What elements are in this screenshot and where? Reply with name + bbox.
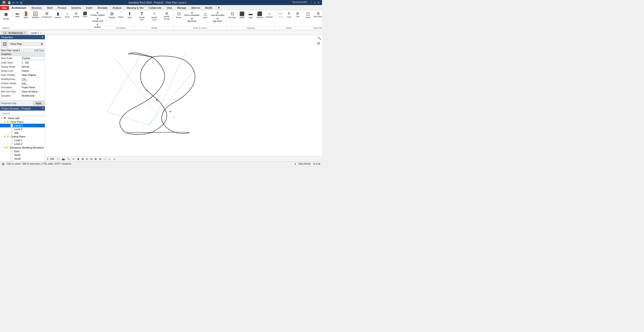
edit-type-button[interactable]: Edit Type: [34, 49, 44, 52]
curtain-system-button[interactable]: ⊞ Curtain System: [90, 11, 106, 17]
quick-access-undo[interactable]: ↩: [12, 1, 15, 4]
set-button[interactable]: ⊞ Set: [294, 11, 302, 18]
quick-access-print[interactable]: 🖨: [20, 1, 22, 4]
view-btn-hide[interactable]: ⊡: [85, 157, 89, 161]
by-face-button[interactable]: ⊡ By Face: [228, 11, 237, 19]
minimize-button[interactable]: −: [310, 1, 313, 4]
properties-apply-button[interactable]: Apply: [33, 102, 44, 105]
view-tab-l1[interactable]: L1 - Architectural ✕: [1, 31, 28, 35]
model-line-button[interactable]: / Model Line: [148, 11, 160, 22]
view-tab-level1-close[interactable]: ✕: [40, 32, 42, 34]
zoom-in-button[interactable]: 🔍: [317, 36, 322, 40]
view-scale-input[interactable]: [22, 56, 44, 60]
pb-east[interactable]: ▶ 📄 East: [0, 150, 45, 153]
tag-room-button[interactable]: ⊠ Tag Room: [184, 17, 200, 23]
elevations-expand[interactable]: ▼: [4, 146, 6, 149]
pb-ceiling-level1[interactable]: ▶ 📄 Level 1: [0, 138, 45, 142]
ceiling-button[interactable]: ⊟ Ceiling: [72, 11, 80, 18]
vertical-button[interactable]: ⬛ Vertical: [255, 11, 264, 19]
tab-massing[interactable]: Massing & Site: [124, 6, 146, 10]
pb-south[interactable]: ▶ 📄 South: [0, 157, 45, 160]
view-btn-shadows[interactable]: ◑: [76, 157, 80, 161]
type-selector[interactable]: Floor Plan: [9, 42, 44, 46]
wall-opening-button[interactable]: ▬ Wall: [246, 11, 255, 19]
column-button[interactable]: ▮ Column: [53, 11, 62, 19]
view-btn-analysis[interactable]: ⊞: [98, 157, 102, 161]
door-button[interactable]: 🚪 Door: [22, 11, 30, 19]
model-text-button[interactable]: T Model Text: [136, 11, 148, 22]
view-btn-reveal[interactable]: ⬜: [102, 157, 107, 161]
tab-steel[interactable]: Steel: [44, 6, 55, 10]
tab-analyze[interactable]: Analyze: [110, 6, 124, 10]
roof-button[interactable]: ⌂ Roof: [63, 11, 71, 19]
view-btn-temp[interactable]: ⊠: [94, 157, 98, 161]
ribbon-expand[interactable]: ▼: [216, 6, 222, 10]
wall-button[interactable]: ▬ Wall: [13, 11, 22, 18]
model-group-button[interactable]: ⊞ Model Group: [161, 11, 173, 21]
modify-button[interactable]: ✱ Modify: [1, 11, 11, 21]
view-btn-camera[interactable]: 📷: [61, 157, 66, 161]
dormer-button[interactable]: ⌂ Dormer: [265, 11, 274, 19]
close-button[interactable]: ✕: [317, 1, 320, 4]
view-btn-isolate[interactable]: ▷: [108, 157, 112, 161]
tab-annotate[interactable]: Annotate: [95, 6, 110, 10]
tab-modify[interactable]: Modify: [203, 6, 215, 10]
room-button[interactable]: ⊡ Room: [175, 11, 183, 19]
project-browser-search-input[interactable]: [1, 111, 44, 116]
tab-insert[interactable]: Insert: [84, 6, 95, 10]
pb-site[interactable]: ▶ 📄 Site: [0, 131, 45, 135]
railing-button[interactable]: ⊞ Railing: [108, 11, 116, 19]
view-btn-sun[interactable]: ☀: [72, 157, 76, 161]
floor-button[interactable]: ⬛ Floor: [81, 11, 89, 18]
quick-access-save[interactable]: 💾: [8, 1, 11, 4]
visibility-edit-btn[interactable]: Edit...: [22, 78, 28, 80]
ref-plane-button[interactable]: ⊞ Ref Plane: [312, 11, 322, 18]
area-boundary-button[interactable]: ⊞ Area Boundary: [210, 11, 226, 17]
tab-file[interactable]: File: [0, 6, 9, 10]
view-tab-l1-close[interactable]: ✕: [24, 32, 25, 34]
show-button[interactable]: ◫ Show: [304, 11, 312, 19]
view-btn-more[interactable]: ◁: [112, 157, 116, 161]
tab-addins[interactable]: Add-Ins: [189, 6, 203, 10]
views-all-expand[interactable]: ▼: [1, 117, 4, 119]
pb-ceiling-plans[interactable]: ▼ 📁 Ceiling Plans: [0, 135, 45, 138]
ramp-button[interactable]: ⌒ Ramp: [117, 11, 125, 19]
tab-collaborate[interactable]: Collaborate: [146, 6, 164, 10]
project-browser-close-button[interactable]: ✕: [42, 107, 44, 110]
shaft-button[interactable]: ⬛ Shaft: [238, 11, 246, 19]
view-btn-crop[interactable]: ⊞: [81, 157, 84, 161]
view-btn-rect[interactable]: ⬜: [56, 157, 60, 161]
pb-floor-plans[interactable]: ▼ 📁 Floor Plans: [0, 120, 45, 124]
pb-views-all[interactable]: ▼ 👁 Views (all): [0, 116, 45, 120]
pb-west[interactable]: ▶ 📄 West: [0, 160, 45, 162]
room-separator-button[interactable]: ⊞ Room Separator: [184, 11, 200, 17]
pb-level1[interactable]: ▶ 📄 Level 1: [0, 124, 45, 127]
mullion-button[interactable]: ⊟ Mullion: [90, 23, 106, 29]
canvas-area[interactable]: 1 : 100 ⬜ 📷 🔍 ☀ ◑ ⊞ ⊡ ⊟ ⊠ ⊞ ⬜ ▷ ◁ 🔍 ⊡: [45, 35, 322, 162]
curtain-grid-button[interactable]: ⊞ Curtain Grid: [90, 17, 106, 23]
area-button[interactable]: △ Area: [201, 11, 209, 19]
quick-access-redo[interactable]: ↪: [16, 1, 18, 4]
view-btn-render[interactable]: ⊟: [90, 157, 93, 161]
level-button[interactable]: — Level: [276, 11, 284, 19]
view-tab-level1[interactable]: Level 1 ✕: [28, 31, 44, 35]
zoom-fit-button[interactable]: ⊡: [317, 41, 322, 46]
maximize-button[interactable]: □: [313, 1, 316, 4]
graphic-display-edit-btn[interactable]: Edit...: [22, 82, 28, 84]
stair-button[interactable]: ⬆ Stair: [126, 11, 134, 19]
tab-structure[interactable]: Structure: [29, 6, 44, 10]
pb-north[interactable]: ▶ 📄 North: [0, 153, 45, 157]
tab-manage[interactable]: Manage: [174, 6, 189, 10]
tab-architecture[interactable]: Architecture: [9, 6, 29, 10]
floor-plans-expand[interactable]: ▼: [4, 121, 6, 123]
view-btn-zoom[interactable]: 🔍: [66, 157, 71, 161]
ceiling-plans-expand[interactable]: ▼: [4, 136, 6, 138]
properties-close-button[interactable]: ✕: [42, 36, 44, 39]
window-button[interactable]: 🪟 Window: [30, 11, 40, 19]
tab-view[interactable]: View: [164, 6, 174, 10]
tab-precast[interactable]: Precast: [55, 6, 68, 10]
properties-scroll[interactable]: Graphics View Scale Scale Value 1 : 100 …: [0, 52, 45, 100]
tag-area-button[interactable]: ⊞ Tag Area ▾: [210, 17, 226, 23]
tab-systems[interactable]: Systems: [69, 6, 84, 10]
pb-elevations[interactable]: ▼ 📁 Elevations (Building Elevation): [0, 146, 45, 150]
